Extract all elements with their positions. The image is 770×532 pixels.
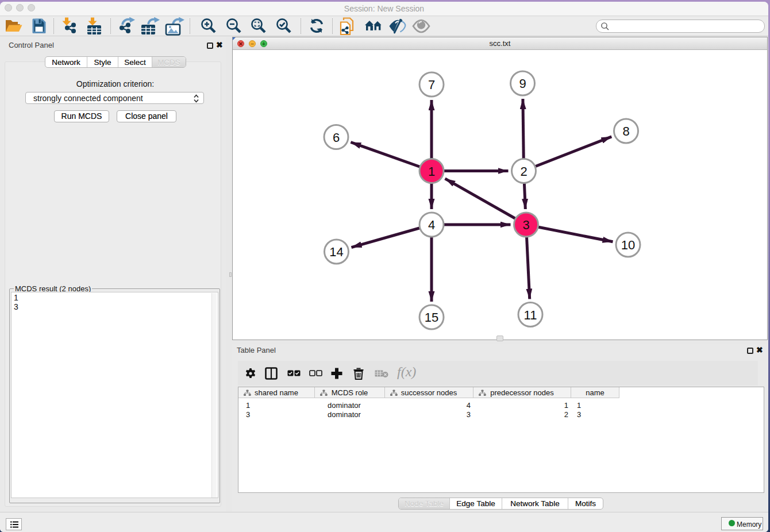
svg-text:4: 4 bbox=[428, 218, 435, 232]
svg-text:2: 2 bbox=[520, 164, 527, 179]
svg-text:9: 9 bbox=[519, 76, 526, 91]
svg-text:3: 3 bbox=[522, 218, 529, 232]
svg-text:7: 7 bbox=[428, 78, 435, 92]
svg-text:10: 10 bbox=[621, 238, 635, 252]
svg-text:14: 14 bbox=[329, 245, 343, 259]
svg-text:11: 11 bbox=[524, 308, 537, 322]
svg-text:15: 15 bbox=[425, 310, 438, 325]
svg-text:8: 8 bbox=[622, 124, 629, 138]
svg-text:1: 1 bbox=[428, 164, 435, 179]
svg-text:6: 6 bbox=[333, 130, 340, 145]
